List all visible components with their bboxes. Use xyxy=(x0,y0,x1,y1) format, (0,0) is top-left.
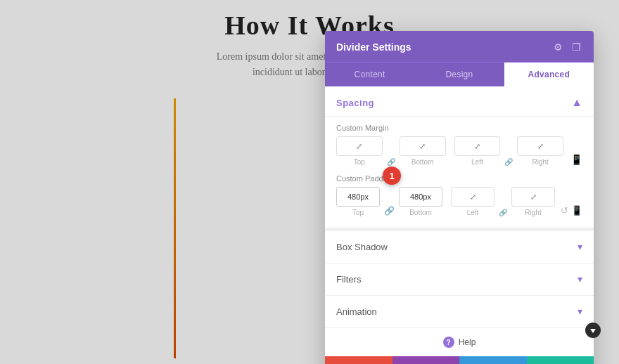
cursor-arrow xyxy=(590,329,596,333)
cursor xyxy=(585,323,601,338)
panel-tabs: Content Design Advanced xyxy=(325,62,594,86)
padding-bottom-group: Bottom xyxy=(399,187,442,216)
padding-top-group: Top xyxy=(336,187,380,216)
tab-advanced[interactable]: Advanced xyxy=(504,63,594,86)
margin-bottom-label: Bottom xyxy=(411,158,434,166)
margin-left-input[interactable] xyxy=(454,136,501,156)
tab-design[interactable]: Design xyxy=(414,63,504,86)
margin-top-label: Top xyxy=(354,158,365,166)
margin-row: Top 🔗 Bottom Left 🔗 Right 📱 xyxy=(336,136,582,166)
margin-left-label: Left xyxy=(471,158,483,166)
animation-section[interactable]: Animation ▾ xyxy=(325,295,594,327)
custom-padding-label: Custom Padding xyxy=(336,174,582,183)
step-badge: 1 xyxy=(383,167,401,185)
padding-link-icon[interactable]: 🔗 xyxy=(383,206,396,216)
padding-bottom-label: Bottom xyxy=(409,209,432,216)
filters-section[interactable]: Filters ▾ xyxy=(325,263,594,295)
padding-left-input[interactable] xyxy=(451,187,494,207)
padding-right-input[interactable] xyxy=(511,187,555,207)
margin-right-input[interactable] xyxy=(517,136,563,156)
spacing-content: Custom Margin Top 🔗 Bottom Left 🔗 xyxy=(325,117,594,230)
padding-left-group: Left xyxy=(451,187,494,216)
padding-bottom-input[interactable] xyxy=(399,187,442,207)
copy-icon[interactable]: ❐ xyxy=(570,41,582,53)
box-shadow-section[interactable]: Box Shadow ▾ xyxy=(325,230,594,263)
margin-device-icon[interactable]: 📱 xyxy=(570,154,582,166)
save-button[interactable]: ✓ xyxy=(527,356,594,364)
margin-right-group: Right xyxy=(517,136,563,166)
animation-toggle-icon[interactable]: ▾ xyxy=(577,306,582,318)
filters-label: Filters xyxy=(336,274,361,285)
help-icon[interactable]: ? xyxy=(443,337,454,348)
margin-link-icon-2[interactable]: 🔗 xyxy=(503,158,514,166)
panel-header: Divider Settings ⚙ ❐ xyxy=(325,31,594,62)
padding-right-group: Right xyxy=(511,187,555,216)
box-shadow-toggle-icon[interactable]: ▾ xyxy=(577,241,582,253)
margin-top-group: Top xyxy=(336,136,383,166)
padding-right-label: Right xyxy=(525,209,541,216)
tab-content[interactable]: Content xyxy=(325,63,414,86)
divider-settings-panel: Divider Settings ⚙ ❐ Content Design Adva… xyxy=(325,31,594,364)
panel-footer: ✕ ↺ ↻ ✓ xyxy=(325,356,594,364)
margin-bottom-group: Bottom xyxy=(400,136,446,166)
margin-top-input[interactable] xyxy=(336,136,383,156)
custom-margin-label: Custom Margin xyxy=(336,124,582,132)
panel-title: Divider Settings xyxy=(336,41,411,53)
settings-icon[interactable]: ⚙ xyxy=(551,41,564,53)
margin-right-label: Right xyxy=(532,158,548,166)
panel-header-icons: ⚙ ❐ xyxy=(551,41,582,53)
margin-link-icon[interactable]: 🔗 xyxy=(385,158,397,166)
padding-reset-icon[interactable]: ↺ xyxy=(561,205,568,216)
help-text[interactable]: Help xyxy=(459,337,476,347)
padding-row: Top 🔗 Bottom Left 🔗 Right ↺ xyxy=(336,187,582,216)
spacing-title: Spacing xyxy=(336,98,374,108)
animation-label: Animation xyxy=(336,306,377,317)
padding-left-label: Left xyxy=(467,209,479,216)
spacing-toggle-icon[interactable]: ▲ xyxy=(571,96,582,109)
padding-top-input[interactable] xyxy=(336,187,380,207)
margin-bottom-input[interactable] xyxy=(400,136,446,156)
padding-link-icon-2[interactable]: 🔗 xyxy=(497,209,509,216)
box-shadow-label: Box Shadow xyxy=(336,242,388,252)
spacing-section-header: Spacing ▲ xyxy=(325,86,594,117)
redo-button[interactable]: ↻ xyxy=(459,356,527,364)
reset-button[interactable]: ↺ xyxy=(393,356,460,364)
margin-left-group: Left xyxy=(454,136,501,166)
panel-body: Spacing ▲ Custom Margin Top 🔗 Bottom xyxy=(325,86,594,356)
padding-device-icon[interactable]: 📱 xyxy=(571,205,582,216)
help-row: ? Help xyxy=(325,327,594,356)
padding-top-label: Top xyxy=(352,209,364,216)
filters-toggle-icon[interactable]: ▾ xyxy=(577,273,582,285)
cancel-button[interactable]: ✕ xyxy=(325,356,393,364)
